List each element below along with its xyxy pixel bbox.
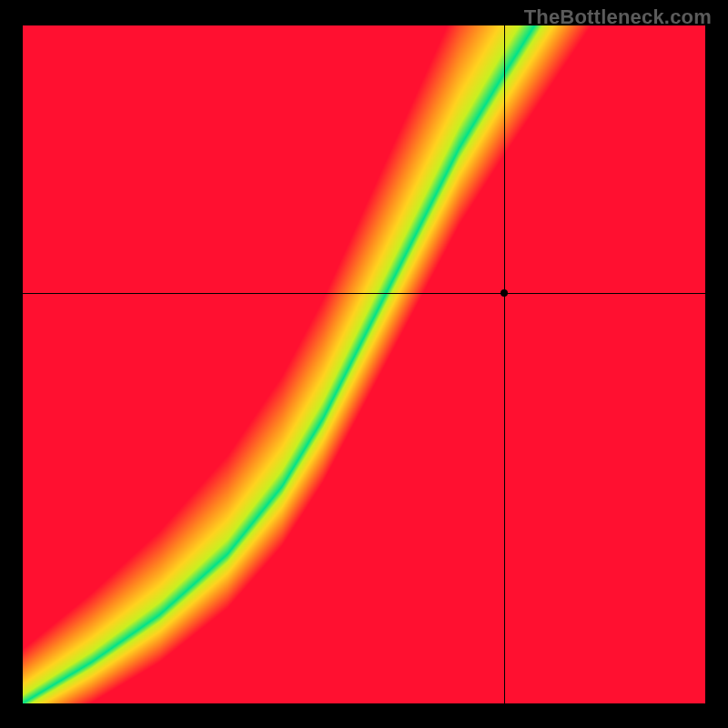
crosshair-horizontal xyxy=(23,293,705,294)
heatmap-canvas xyxy=(23,25,705,703)
crosshair-vertical xyxy=(504,25,505,703)
query-point-marker xyxy=(500,289,508,297)
bottleneck-heatmap: TheBottleneck.com xyxy=(0,0,728,728)
watermark-text: TheBottleneck.com xyxy=(524,5,712,29)
